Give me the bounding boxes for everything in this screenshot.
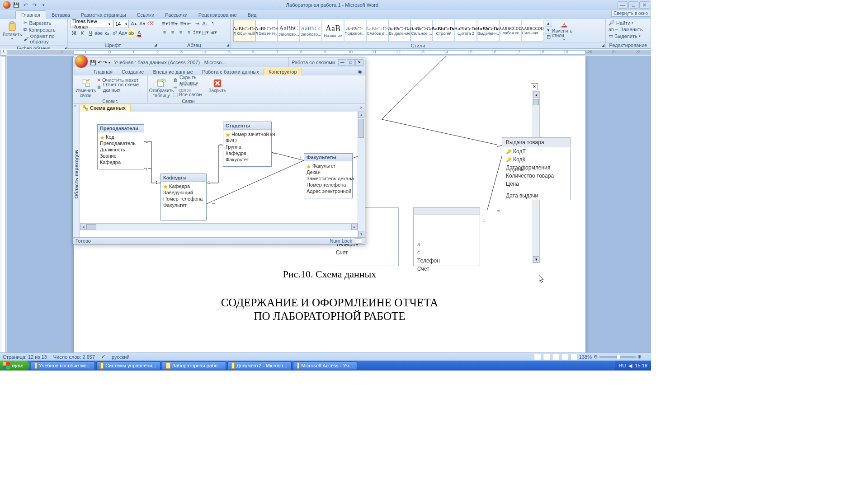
table-field[interactable]: Звание xyxy=(100,153,142,159)
access-close-button[interactable]: ✕ xyxy=(355,59,363,66)
table-field[interactable]: Факультет xyxy=(226,156,269,163)
tab-view[interactable]: Вид xyxy=(242,11,262,19)
table-field[interactable]: Преподаватель xyxy=(100,140,142,146)
clear-format-icon[interactable]: ⌫ xyxy=(147,20,155,27)
word-close-button[interactable]: ✕ xyxy=(639,1,649,9)
para-launcher-icon[interactable]: ◢ xyxy=(226,43,229,47)
status-words[interactable]: Число слов: 2 657 xyxy=(53,354,95,360)
edit-relationships-button[interactable]: Изменить связи xyxy=(75,76,96,98)
table-field[interactable]: Факультет xyxy=(163,202,204,208)
tray-lang[interactable]: RU xyxy=(619,363,626,368)
cut-button[interactable]: ✂Вырезать xyxy=(24,20,65,26)
status-language[interactable]: русский xyxy=(112,354,129,360)
style-item[interactable]: AaBbCcDdСтрогий xyxy=(433,20,455,42)
start-button[interactable]: пуск xyxy=(0,361,29,371)
view-draft-icon[interactable] xyxy=(570,354,577,360)
underline-icon[interactable]: Ч xyxy=(87,29,94,37)
style-item[interactable]: AaBbCcDdВыделение xyxy=(388,20,410,42)
style-item[interactable]: AaBbCc.Подзагол... xyxy=(344,20,366,42)
relationships-canvas[interactable]: ПреподавателиКодПреподавательДолжностьЗв… xyxy=(80,112,358,237)
paste-dropdown-icon[interactable]: ▾ xyxy=(11,37,13,41)
style-item[interactable]: AaBbCcDdВыделенн... xyxy=(477,20,499,42)
table-teachers[interactable]: ПреподавателиКодПреподавательДолжностьЗв… xyxy=(97,124,144,169)
align-right-icon[interactable]: ≡ xyxy=(177,28,184,36)
access-help-icon[interactable]: ◉ xyxy=(355,68,365,75)
nav-pane-collapsed[interactable]: Область переходов xyxy=(73,112,80,237)
shrink-font-icon[interactable]: A▾ xyxy=(139,20,146,27)
borders-icon[interactable]: ⊞▾ xyxy=(210,28,217,36)
font-size-combo[interactable]: 14▾ xyxy=(113,20,129,28)
taskbar-item[interactable]: Документ2 - Microso... xyxy=(227,361,292,370)
zoom-knob[interactable] xyxy=(617,355,620,359)
strike-icon[interactable]: abc xyxy=(95,29,102,37)
style-item[interactable]: AaBbCcDd¶ Без инте... xyxy=(255,20,278,42)
qat-redo-icon[interactable]: ↷ xyxy=(31,1,38,9)
justify-icon[interactable]: ≡ xyxy=(185,28,193,36)
table-field[interactable]: ФИО xyxy=(226,137,269,144)
align-center-icon[interactable]: ≡ xyxy=(169,28,176,36)
taskbar-item[interactable]: Системы управлени... xyxy=(96,361,160,370)
inc-indent-icon[interactable]: ⇥ xyxy=(193,20,201,27)
access-office-button[interactable] xyxy=(75,55,88,68)
table-field[interactable]: Заместитель декана xyxy=(307,175,350,182)
subscript-icon[interactable]: x₂ xyxy=(103,29,110,37)
close-schema-button[interactable]: Закрыть xyxy=(208,76,226,93)
dec-indent-icon[interactable]: ⇤ xyxy=(185,20,193,27)
access-tab-create[interactable]: Создание xyxy=(117,68,149,75)
zoom-fit-icon[interactable]: ⛶ xyxy=(643,354,648,360)
tab-review[interactable]: Рецензирование xyxy=(193,11,242,19)
styles-scroll-down-icon[interactable]: ▾ xyxy=(545,27,552,33)
table-field[interactable]: Заведующий xyxy=(163,189,204,196)
tab-mailings[interactable]: Рассылки xyxy=(160,11,193,19)
style-item[interactable]: AaBbCcDdЦитата 2 xyxy=(455,20,477,42)
view-fullscreen-icon[interactable] xyxy=(543,354,550,360)
zoom-out-button[interactable]: ⊖ xyxy=(594,354,598,360)
select-button[interactable]: ▭Выделить▾ xyxy=(609,33,643,39)
scroll-h-thumb[interactable] xyxy=(86,224,96,230)
access-tab-home[interactable]: Главная xyxy=(89,68,117,75)
multilevel-icon[interactable]: ⋮≣▾ xyxy=(177,20,184,27)
taskbar-item[interactable]: Microsoft Access - Уч... xyxy=(293,361,357,370)
access-qat-save-icon[interactable]: 💾 xyxy=(90,60,96,66)
shading-icon[interactable]: ◫▾ xyxy=(202,28,209,36)
bold-icon[interactable]: Ж xyxy=(71,29,78,37)
bullets-icon[interactable]: ≣▾ xyxy=(161,20,168,27)
show-table-button[interactable]: + Отобразить таблицу xyxy=(151,76,172,98)
view-outline-icon[interactable] xyxy=(561,354,568,360)
table-field[interactable]: Должность xyxy=(100,146,142,153)
find-button[interactable]: 🔎Найти▾ xyxy=(609,20,643,26)
style-item[interactable]: AaBНазвание xyxy=(322,20,344,42)
replace-button[interactable]: ab→Заменить xyxy=(609,27,643,32)
change-styles-button[interactable]: A Изменить стили ▾ xyxy=(552,20,576,42)
qat-undo-icon[interactable]: ↶ xyxy=(22,1,29,9)
view-switch-icon[interactable] xyxy=(355,238,362,244)
office-button[interactable] xyxy=(3,1,11,9)
zoom-slider[interactable] xyxy=(599,356,636,358)
table-students[interactable]: СтудентыНомер зачетной кнФИОГруппаКафедр… xyxy=(223,122,272,167)
italic-icon[interactable]: К xyxy=(79,29,86,37)
tab-insert[interactable]: Вставка xyxy=(46,11,75,19)
styles-launcher-icon[interactable]: ◢ xyxy=(602,43,604,47)
show-marks-icon[interactable]: ¶ xyxy=(210,20,217,27)
grow-font-icon[interactable]: A▴ xyxy=(130,20,137,27)
view-print-layout-icon[interactable] xyxy=(534,354,541,360)
tab-page-layout[interactable]: Разметка страницы xyxy=(75,11,132,19)
tab-home[interactable]: Главная xyxy=(15,10,46,19)
access-window[interactable]: 💾 ↶ ↷ ▾ Учебная : база данных (Access 20… xyxy=(72,57,365,244)
status-page[interactable]: Страница: 12 из 13 xyxy=(3,354,47,360)
qat-save-icon[interactable]: 💾 xyxy=(13,1,20,9)
table-field[interactable]: Факультет xyxy=(307,163,350,169)
status-zoom[interactable]: 138% xyxy=(579,354,592,360)
style-item[interactable]: AABBCCDDСильная ... xyxy=(521,20,543,42)
canvas-scroll-h[interactable]: ◂ ▸ xyxy=(80,223,358,230)
line-spacing-icon[interactable]: ‡≡▾ xyxy=(193,28,201,36)
tray-clock[interactable]: 15:18 xyxy=(635,363,647,368)
scroll-down-icon[interactable]: ▾ xyxy=(358,231,364,237)
table-faculties[interactable]: ФакультетыФакультетДеканЗаместитель дека… xyxy=(304,153,353,198)
table-field[interactable]: Номер телефона xyxy=(163,196,204,202)
tab-references[interactable]: Ссылки xyxy=(132,11,160,19)
access-qat-redo-icon[interactable]: ↷ xyxy=(103,60,107,66)
zoom-in-button[interactable]: ⊕ xyxy=(637,354,642,360)
qat-customize-icon[interactable]: ▾ xyxy=(40,1,47,9)
paste-button[interactable]: Вставить ▾ xyxy=(3,20,22,42)
